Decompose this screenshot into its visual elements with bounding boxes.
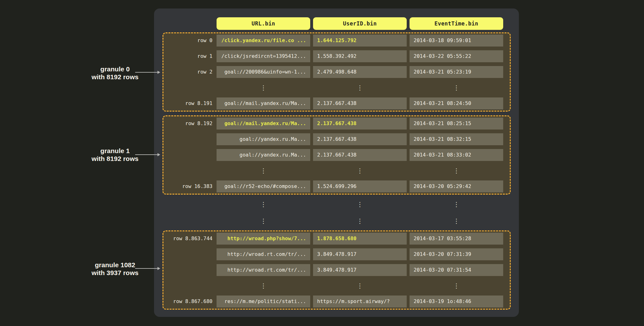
url-ellipsis-icon: ⋮ — [217, 165, 310, 177]
ellipsis-row: ⋮⋮⋮ — [163, 82, 510, 94]
table-row: row 1/click/jsredircnt=1395412...1.558.3… — [163, 50, 510, 62]
granule-1-annotation-line1: granule 1 — [77, 147, 153, 155]
row-label: row 8.863.744 — [163, 233, 212, 245]
url-cell: http://wroad.rt.com/tr/... — [217, 248, 310, 260]
url-ellipsis-icon: ⋮ — [217, 198, 310, 210]
userid-ellipsis-icon: ⋮ — [313, 215, 407, 227]
row-label: row 2 — [163, 66, 212, 78]
eventtime-cell: 2014-03-21 08:25:15 — [410, 118, 503, 130]
userid-ellipsis-icon: ⋮ — [313, 165, 407, 177]
row-label — [163, 82, 212, 94]
table-row: row 2goal://200986&uinfo=wn-1...2.479.49… — [163, 66, 510, 78]
userid-cell: https://m.sport.airway/? — [313, 296, 407, 307]
url-cell: /click.yandex.ru/file.co ... — [217, 35, 310, 47]
table-row: row 8.192goal://mail.yandex.ru/Ma...2.13… — [163, 118, 510, 130]
url-cell: goal://200986&uinfo=wn-1... — [217, 66, 310, 78]
url-ellipsis-icon: ⋮ — [217, 215, 310, 227]
url-cell: /click/jsredircnt=1395412... — [217, 50, 310, 62]
row-label: row 8.191 — [163, 97, 212, 109]
table-row: row 8.863.744http://wroad.php?show/7...1… — [163, 233, 510, 245]
table-row: goal://yandex.ru.Ma...2.137.667.4382014-… — [163, 149, 510, 161]
userid-cell: 2.137.667.438 — [313, 118, 407, 130]
column-headers: URL.bin UserID.bin EventTime.bin — [217, 17, 503, 30]
row-label: row 0 — [163, 35, 212, 47]
column-header-url-bin: URL.bin — [217, 17, 310, 30]
userid-cell: 1.558.392.492 — [313, 50, 407, 62]
userid-cell: 1.878.658.680 — [313, 233, 407, 245]
table-row: row 0/click.yandex.ru/file.co ...1.644.1… — [163, 35, 510, 47]
diagram-canvas: URL.bin UserID.bin EventTime.bin row 0/c… — [0, 0, 644, 326]
userid-cell: 2.137.667.438 — [313, 149, 407, 161]
userid-cell: 1.644.125.792 — [313, 35, 407, 47]
eventtime-cell: 2014-03-20 07:31:39 — [410, 248, 503, 260]
granule-1-annotation-line2: with 8192 rows — [77, 155, 153, 163]
eventtime-cell: 2014-03-21 08:24:50 — [410, 97, 503, 109]
row-label: row 8.867.680 — [163, 296, 212, 307]
userid-cell: 2.137.667.438 — [313, 97, 407, 109]
eventtime-ellipsis-icon: ⋮ — [410, 82, 503, 94]
granule-1082-annotation-line2: with 3937 rows — [77, 269, 153, 277]
userid-cell: 1.524.699.296 — [313, 180, 407, 192]
granule-1082-annotation-line1: granule 1082 — [77, 261, 153, 269]
userid-cell: 3.849.478.917 — [313, 264, 407, 276]
eventtime-ellipsis-icon: ⋮ — [410, 198, 503, 210]
url-cell: http://wroad.php?show/7... — [217, 233, 310, 245]
row-label — [163, 198, 212, 210]
column-header-eventtime-bin: EventTime.bin — [410, 17, 503, 30]
userid-cell: 2.137.667.438 — [313, 133, 407, 145]
eventtime-cell: 2014-03-20 07:31:54 — [410, 264, 503, 276]
row-label: row 16.383 — [163, 180, 212, 192]
eventtime-ellipsis-icon: ⋮ — [410, 165, 503, 177]
eventtime-cell: 2014-03-21 05:23:19 — [410, 66, 503, 78]
gap-ellipsis-row: ⋮⋮⋮ — [163, 198, 503, 210]
granule-0-annotation: granule 0 with 8192 rows — [77, 65, 153, 81]
eventtime-ellipsis-icon: ⋮ — [410, 215, 503, 227]
granule-0-annotation-line2: with 8192 rows — [77, 73, 153, 81]
granule-1082-annotation: granule 1082 with 3937 rows — [77, 261, 153, 277]
url-cell: goal://yandex.ru.Ma... — [217, 133, 310, 145]
row-label — [163, 149, 212, 161]
eventtime-cell: 2014-03-21 08:32:15 — [410, 133, 503, 145]
userid-cell: 2.479.498.648 — [313, 66, 407, 78]
row-label — [163, 280, 212, 292]
row-label: row 8.192 — [163, 118, 212, 130]
eventtime-ellipsis-icon: ⋮ — [410, 280, 503, 292]
eventtime-cell: 2014-03-22 05:55:22 — [410, 50, 503, 62]
eventtime-cell: 2014-03-20 05:29:42 — [410, 180, 503, 192]
userid-cell: 3.849.478.917 — [313, 248, 407, 260]
ellipsis-row: ⋮⋮⋮ — [163, 165, 510, 177]
row-label — [163, 264, 212, 276]
granule-box: row 8.863.744http://wroad.php?show/7...1… — [162, 230, 511, 310]
url-ellipsis-icon: ⋮ — [217, 280, 310, 292]
row-label — [163, 133, 212, 145]
url-cell: goal://yandex.ru.Ma... — [217, 149, 310, 161]
url-cell: goal://mail.yandex.ru/Ma... — [217, 97, 310, 109]
url-cell: goal://r52-echo/#compose... — [217, 180, 310, 192]
table-row: http://wroad.rt.com/tr/...3.849.478.9172… — [163, 248, 510, 260]
eventtime-cell: 2014-03-21 08:33:02 — [410, 149, 503, 161]
eventtime-cell: 2014-03-17 03:55:28 — [410, 233, 503, 245]
granule-box: row 0/click.yandex.ru/file.co ...1.644.1… — [162, 32, 511, 112]
row-label — [163, 215, 212, 227]
userid-ellipsis-icon: ⋮ — [313, 280, 407, 292]
granule-0-arrow-icon — [135, 72, 160, 73]
granule-1-arrow-icon — [135, 154, 160, 155]
url-cell: goal://mail.yandex.ru/Ma... — [217, 118, 310, 130]
userid-ellipsis-icon: ⋮ — [313, 198, 407, 210]
userid-ellipsis-icon: ⋮ — [313, 82, 407, 94]
table-panel: URL.bin UserID.bin EventTime.bin row 0/c… — [154, 8, 519, 317]
row-label — [163, 165, 212, 177]
row-label: row 1 — [163, 50, 212, 62]
table-row: goal://yandex.ru.Ma...2.137.667.4382014-… — [163, 133, 510, 145]
ellipsis-row: ⋮⋮⋮ — [163, 280, 510, 292]
table-row: http://wroad.rt.com/tr/...3.849.478.9172… — [163, 264, 510, 276]
column-header-userid-bin: UserID.bin — [313, 17, 407, 30]
eventtime-cell: 2014-03-19 1o:48:46 — [410, 296, 503, 307]
table-row: row 16.383goal://r52-echo/#compose...1.5… — [163, 180, 510, 192]
eventtime-cell: 2014-03-18 09:59:01 — [410, 35, 503, 47]
url-cell: http://wroad.rt.com/tr/... — [217, 264, 310, 276]
gap-ellipsis-row: ⋮⋮⋮ — [163, 215, 503, 227]
row-label — [163, 248, 212, 260]
table-row: row 8.867.680res://m.me/politic/stati...… — [163, 296, 510, 307]
table-row: row 8.191goal://mail.yandex.ru/Ma...2.13… — [163, 97, 510, 109]
